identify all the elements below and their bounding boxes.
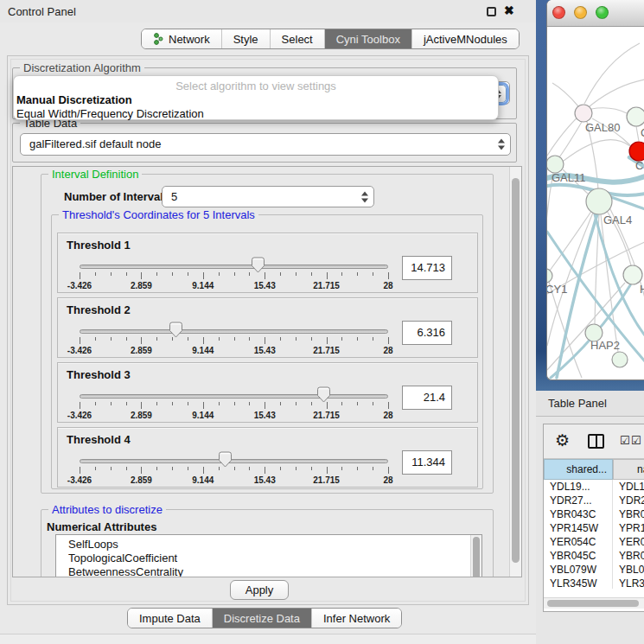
slider-tick-label: 2.859 — [131, 281, 152, 290]
slider-thumb[interactable] — [316, 386, 331, 403]
attribute-item-topologicalcoefficient[interactable]: TopologicalCoefficient — [56, 552, 481, 565]
slider-tick — [296, 337, 296, 341]
slider[interactable]: -3.4262.8599.14415.4321.71528 — [80, 363, 388, 424]
slider-tick — [156, 402, 157, 405]
slider-tick — [373, 402, 373, 405]
tab-network[interactable]: Network — [142, 29, 221, 48]
float-window-icon[interactable] — [487, 7, 496, 16]
column-header-name[interactable]: name — [613, 459, 644, 480]
table-hscrollbar-thumb[interactable] — [547, 600, 639, 607]
threshold-value-field[interactable]: 6.316 — [402, 321, 452, 345]
GAL4-node[interactable] — [586, 188, 612, 214]
tab-jactivemnodules[interactable]: jActiveMNodules — [411, 29, 519, 48]
tab-infer-network[interactable]: Infer Network — [311, 609, 401, 628]
slider-tick — [203, 467, 204, 474]
checkbox-icon[interactable]: ☑ — [631, 434, 641, 447]
slider-thumb[interactable] — [218, 451, 233, 468]
tab-label: Select — [282, 33, 313, 46]
table-cell: YBL079W — [544, 563, 613, 577]
slider-tick — [296, 272, 296, 276]
slider-track[interactable] — [80, 394, 388, 399]
tab-impute-data[interactable]: Impute Data — [128, 609, 212, 628]
table-body: YDL19...YDL1YDR27...YDR2YBR043CYBR0YPR14… — [544, 480, 644, 589]
dropdown-option-manual-discretization[interactable]: Manual Discretization — [16, 93, 486, 107]
slider[interactable]: -3.4262.8599.14415.4321.71528 — [80, 233, 388, 294]
slider-tick — [95, 467, 96, 470]
network-edge — [550, 210, 592, 271]
table-cell: YLR345W — [544, 577, 613, 589]
combobox-stepper-icon[interactable] — [498, 139, 505, 150]
attribute-item-selfloops[interactable]: SelfLoops — [56, 538, 481, 552]
slider-tick — [234, 272, 235, 276]
panel-bottom-strip — [0, 634, 536, 644]
slider-thumb[interactable] — [251, 257, 265, 273]
numerical-attributes-list[interactable]: SelfLoopsTopologicalCoefficientBetweenne… — [55, 534, 482, 577]
GAL11-node[interactable] — [547, 156, 564, 173]
table-row[interactable]: YER054CYER0 — [544, 535, 644, 549]
slider-tick — [265, 467, 265, 474]
table-cell: YBR0 — [613, 549, 644, 563]
table-row[interactable]: YDL19...YDL1 — [544, 480, 644, 494]
network-edge — [564, 140, 630, 161]
slider-tick-label: 15.43 — [254, 411, 276, 420]
tab-select[interactable]: Select — [270, 29, 324, 48]
table-hscrollbar[interactable] — [544, 597, 644, 609]
tab-discretize-data[interactable]: Discretize Data — [212, 609, 311, 628]
threshold-panel-2: Threshold 2-3.4262.8599.14415.4321.71528… — [57, 297, 478, 358]
settings-scrollbar[interactable] — [509, 167, 521, 577]
zoom-traffic-icon[interactable] — [596, 6, 609, 19]
slider-thumb[interactable] — [169, 322, 183, 338]
slider-tick — [311, 337, 312, 341]
slider-tick — [249, 337, 250, 341]
slider-track[interactable] — [80, 265, 388, 269]
combobox-stepper-icon[interactable] — [361, 191, 368, 202]
table-row[interactable]: YBR043CYBR0 — [544, 507, 644, 521]
list-scrollbar-thumb[interactable] — [473, 537, 480, 577]
bottom-node[interactable] — [612, 352, 628, 367]
threshold-value-field[interactable]: 11.344 — [402, 450, 452, 475]
top-right-node[interactable] — [627, 107, 644, 126]
list-scrollbar[interactable] — [470, 535, 481, 577]
table-row[interactable]: YBL079WYBL0 — [544, 563, 644, 577]
table-row[interactable]: YLR345WYLR3 — [544, 577, 644, 589]
table-cell: YDL19... — [544, 480, 613, 494]
numerical-attributes-label: Numerical Attributes — [47, 520, 156, 533]
settings-scrollbar-thumb[interactable] — [512, 178, 520, 563]
table-row[interactable]: YBR045CYBR0 — [544, 549, 644, 563]
column-header-shared-[interactable]: shared... — [544, 459, 613, 480]
H-node[interactable] — [623, 265, 642, 284]
close-icon[interactable]: ✖ — [504, 3, 514, 17]
node-label-c: C — [635, 159, 643, 172]
slider[interactable]: -3.4262.8599.14415.4321.71528 — [80, 298, 388, 359]
apply-button[interactable]: Apply — [230, 580, 289, 600]
slider-tick — [311, 272, 312, 276]
tab-cyni-toolbox[interactable]: Cyni Toolbox — [324, 29, 411, 48]
table-row[interactable]: YPR145WYPR1 — [544, 521, 644, 535]
slider[interactable]: -3.4262.8599.14415.4321.71528 — [80, 428, 388, 488]
tab-style[interactable]: Style — [221, 29, 270, 48]
dropdown-option-equal-width-frequency-discretization[interactable]: Equal Width/Frequency Discretization — [16, 107, 486, 121]
close-traffic-icon[interactable] — [552, 6, 565, 19]
table-cell: YBR045C — [544, 549, 613, 563]
slider-tick-label: -3.426 — [67, 475, 92, 485]
threshold-value-field[interactable]: 21.4 — [402, 386, 452, 410]
red-node[interactable] — [629, 142, 644, 161]
threshold-value-field[interactable]: 14.713 — [402, 256, 452, 280]
number-of-intervals-combobox[interactable]: 5 — [162, 186, 374, 207]
slider-tick — [188, 337, 188, 341]
network-canvas[interactable]: GAL80GACGAL11GAL4GCY1HHAP2 — [547, 27, 644, 380]
table-row[interactable]: YDR27...YDR2 — [544, 494, 644, 507]
slider-tick-label: 9.144 — [192, 281, 214, 290]
interval-definition-group: Interval Definition Number of Intervals … — [41, 174, 494, 494]
network-edge — [584, 43, 640, 104]
checkbox-icon[interactable]: ☑ — [620, 434, 630, 447]
GAL80-node[interactable] — [575, 105, 592, 122]
slider-track[interactable] — [80, 329, 388, 334]
GCY1-node[interactable] — [547, 269, 552, 283]
slider-track[interactable] — [80, 459, 388, 463]
table-data-combobox[interactable]: galFiltered.sif default node — [20, 133, 511, 156]
minimize-traffic-icon[interactable] — [574, 6, 587, 19]
gear-icon[interactable]: ⚙ — [555, 431, 570, 450]
split-columns-icon[interactable] — [588, 434, 604, 449]
attribute-item-betweennesscentrality[interactable]: BetweennessCentrality — [56, 565, 481, 577]
